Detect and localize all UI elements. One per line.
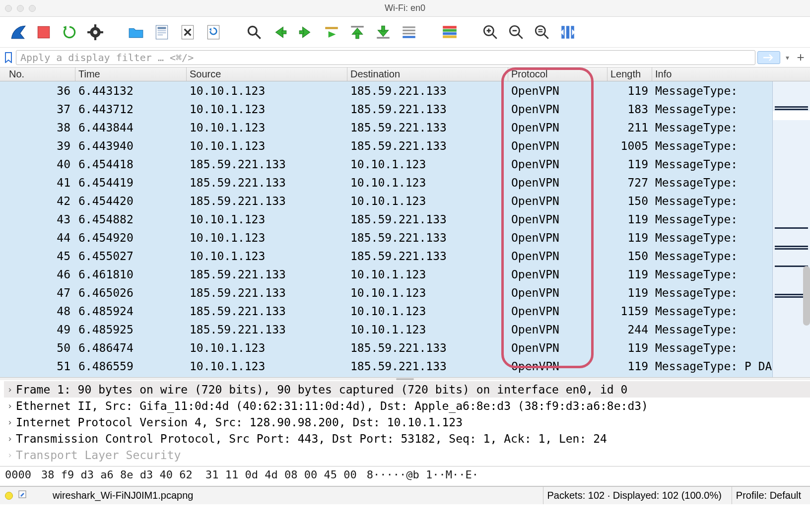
stop-icon[interactable] xyxy=(35,23,53,41)
svg-rect-26 xyxy=(403,36,415,38)
packet-row[interactable]: 416.454419185.59.221.13310.10.1.123OpenV… xyxy=(0,173,810,192)
packet-protocol: OpenVPN xyxy=(508,158,608,171)
expand-icon[interactable]: › xyxy=(4,433,16,444)
next-arrow-icon[interactable] xyxy=(297,23,315,41)
detail-row[interactable]: › Frame 1: 90 bytes on wire (720 bits), … xyxy=(4,381,810,398)
packet-minimap[interactable] xyxy=(772,81,810,377)
packet-no: 37 xyxy=(6,103,75,116)
packet-row[interactable]: 396.44394010.10.1.123185.59.221.133OpenV… xyxy=(0,136,810,155)
shark-fin-icon[interactable] xyxy=(9,23,27,41)
packet-destination: 185.59.221.133 xyxy=(347,84,508,97)
svg-rect-10 xyxy=(158,32,166,33)
col-marker[interactable] xyxy=(0,67,6,81)
display-filter-input[interactable] xyxy=(16,50,755,65)
resize-columns-icon[interactable] xyxy=(559,23,577,41)
gear-icon[interactable] xyxy=(86,23,104,41)
bookmark-icon[interactable] xyxy=(3,51,14,65)
detail-row[interactable]: › Transmission Control Protocol, Src Por… xyxy=(4,430,810,447)
col-length[interactable]: Length xyxy=(608,67,652,81)
add-filter-button[interactable]: + xyxy=(794,50,807,65)
window-title: Wi-Fi: en0 xyxy=(0,3,810,13)
zoom-in-icon[interactable] xyxy=(481,23,499,41)
svg-rect-30 xyxy=(443,35,457,38)
go-last-icon[interactable] xyxy=(374,23,392,41)
packet-no: 48 xyxy=(6,305,75,318)
packet-protocol: OpenVPN xyxy=(508,213,608,226)
packet-row[interactable]: 376.44371210.10.1.123185.59.221.133OpenV… xyxy=(0,100,810,118)
col-no[interactable]: No. xyxy=(6,67,75,81)
packet-destination: 10.10.1.123 xyxy=(347,195,508,207)
col-source[interactable]: Source xyxy=(187,67,347,81)
packet-no: 47 xyxy=(6,286,75,299)
detail-row[interactable]: › Transport Layer Security xyxy=(4,447,810,463)
filter-history-dropdown[interactable]: ▾ xyxy=(782,51,792,64)
colorize-icon[interactable] xyxy=(441,23,459,41)
col-destination[interactable]: Destination xyxy=(347,67,508,81)
packet-length: 119 xyxy=(608,286,652,299)
restart-icon[interactable] xyxy=(61,23,78,41)
detail-row[interactable]: › Internet Protocol Version 4, Src: 128.… xyxy=(4,414,810,430)
packet-no: 41 xyxy=(6,176,75,189)
zoom-out-icon[interactable] xyxy=(507,23,525,41)
hex-bytes: 38 f9 d3 a6 8e d3 40 62 31 11 0d 4d 08 0… xyxy=(41,468,357,484)
save-file-icon[interactable] xyxy=(153,23,171,41)
col-info[interactable]: Info xyxy=(652,67,810,81)
packet-destination: 185.59.221.133 xyxy=(347,103,508,116)
find-icon[interactable] xyxy=(245,23,263,41)
svg-rect-5 xyxy=(87,31,90,33)
expand-icon[interactable]: › xyxy=(4,450,16,460)
detail-text: Frame 1: 90 bytes on wire (720 bits), 90… xyxy=(16,383,627,396)
expand-icon[interactable]: › xyxy=(4,400,16,411)
expand-icon[interactable]: › xyxy=(4,384,16,395)
col-protocol[interactable]: Protocol xyxy=(508,67,608,81)
packet-source: 185.59.221.133 xyxy=(187,176,347,189)
packet-row[interactable]: 516.48655910.10.1.123185.59.221.133OpenV… xyxy=(0,357,810,375)
auto-scroll-icon[interactable] xyxy=(400,23,418,41)
packet-length: 119 xyxy=(608,268,652,281)
capture-filename[interactable]: wireshark_Wi-FiNJ0IM1.pcapng xyxy=(53,490,193,501)
packet-rows[interactable]: 366.44313210.10.1.123185.59.221.133OpenV… xyxy=(0,81,810,377)
svg-point-14 xyxy=(248,26,257,35)
packet-row[interactable]: 366.44313210.10.1.123185.59.221.133OpenV… xyxy=(0,81,810,100)
go-first-icon[interactable] xyxy=(348,23,366,41)
svg-rect-27 xyxy=(443,26,457,28)
packet-bytes[interactable]: 0000 38 f9 d3 a6 8e d3 40 62 31 11 0d 4d… xyxy=(0,466,810,486)
packet-length: 183 xyxy=(608,103,652,116)
packet-row[interactable]: 446.45492010.10.1.123185.59.221.133OpenV… xyxy=(0,228,810,247)
close-file-icon[interactable] xyxy=(179,23,197,41)
packet-row[interactable]: 486.485924185.59.221.13310.10.1.123OpenV… xyxy=(0,302,810,320)
packet-row[interactable]: 456.45502710.10.1.123185.59.221.133OpenV… xyxy=(0,247,810,265)
packet-row[interactable]: 426.454420185.59.221.13310.10.1.123OpenV… xyxy=(0,192,810,210)
packet-source: 10.10.1.123 xyxy=(187,139,347,152)
reload-file-icon[interactable] xyxy=(204,23,222,41)
packet-row[interactable]: 406.454418185.59.221.13310.10.1.123OpenV… xyxy=(0,155,810,173)
scrollbar-thumb[interactable] xyxy=(803,266,810,326)
packet-length: 244 xyxy=(608,323,652,336)
main-toolbar xyxy=(0,17,810,48)
packet-time: 6.454418 xyxy=(75,158,187,171)
packet-row[interactable]: 506.48647410.10.1.123185.59.221.133OpenV… xyxy=(0,338,810,357)
packet-row[interactable]: 436.45488210.10.1.123185.59.221.133OpenV… xyxy=(0,210,810,228)
col-time[interactable]: Time xyxy=(75,67,187,81)
expert-info-icon[interactable] xyxy=(5,492,13,500)
jump-to-icon[interactable] xyxy=(323,23,340,41)
packet-length: 727 xyxy=(608,176,652,189)
folder-open-icon[interactable] xyxy=(127,23,145,41)
packet-row[interactable]: 496.485925185.59.221.13310.10.1.123OpenV… xyxy=(0,320,810,338)
packet-destination: 185.59.221.133 xyxy=(347,250,508,263)
packet-row[interactable]: 476.465026185.59.221.13310.10.1.123OpenV… xyxy=(0,283,810,302)
prev-arrow-icon[interactable] xyxy=(271,23,289,41)
detail-row[interactable]: › Ethernet II, Src: Gifa_11:0d:4d (40:62… xyxy=(4,398,810,414)
packet-row[interactable]: 466.461810185.59.221.13310.10.1.123OpenV… xyxy=(0,265,810,283)
zoom-reset-icon[interactable] xyxy=(533,23,551,41)
apply-filter-button[interactable] xyxy=(757,51,780,64)
svg-rect-28 xyxy=(443,29,457,31)
profile-label[interactable]: Profile: Default xyxy=(732,487,805,504)
packet-time: 6.443132 xyxy=(75,84,187,97)
packet-no: 44 xyxy=(6,231,75,244)
packet-source: 185.59.221.133 xyxy=(187,158,347,171)
packet-details[interactable]: › Frame 1: 90 bytes on wire (720 bits), … xyxy=(0,380,810,466)
edit-capture-icon[interactable] xyxy=(18,490,27,501)
packet-row[interactable]: 386.44384410.10.1.123185.59.221.133OpenV… xyxy=(0,118,810,136)
expand-icon[interactable]: › xyxy=(4,417,16,427)
